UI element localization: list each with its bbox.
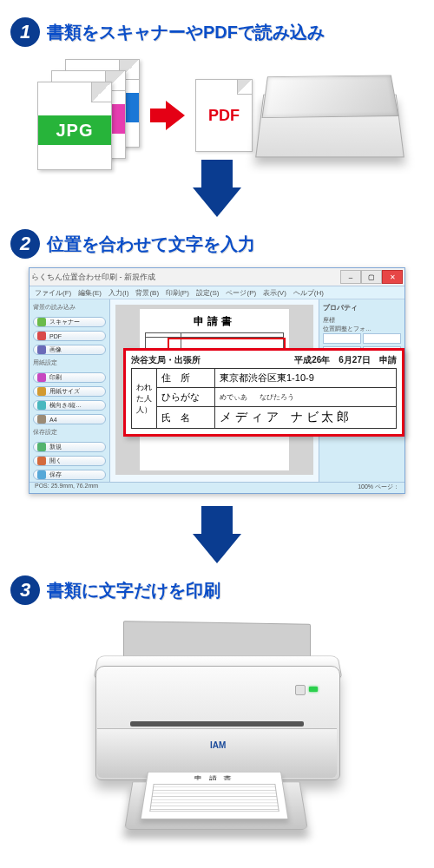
menu-bar: ファイル(F) 編集(E) 入力(I) 背景(B) 印刷(P) 設定(S) ペー… bbox=[30, 286, 404, 299]
sidebar-button[interactable]: スキャナー bbox=[33, 317, 106, 327]
pdf-file-icon: PDF bbox=[195, 79, 253, 152]
printed-paper: 申 請 書 bbox=[140, 772, 288, 819]
step-2-number: 2 bbox=[20, 233, 30, 255]
furigana-label: ひらがな bbox=[157, 388, 215, 407]
sidebar-group-label: 用紙設定 bbox=[33, 358, 106, 369]
status-bar: POS: 25.9mm, 76.2mm 100% ページ： bbox=[30, 482, 404, 493]
menu-item[interactable]: ページ(P) bbox=[226, 288, 256, 298]
step-3-number: 3 bbox=[20, 579, 30, 602]
arrow-right-icon bbox=[150, 102, 185, 128]
step-2-title: 位置を合わせて文字を入力 bbox=[47, 233, 255, 256]
step-1-title: 書類をスキャナーやPDFで読み込み bbox=[47, 21, 325, 44]
callout-date: 平成26年 6月27日 申請 bbox=[294, 354, 397, 366]
sidebar-button[interactable]: 新規 bbox=[33, 442, 106, 452]
sidebar-button[interactable]: 保存 bbox=[33, 470, 106, 480]
menu-item[interactable]: 入力(I) bbox=[108, 288, 129, 298]
panel-item: 位置調整とフォ… bbox=[323, 325, 401, 333]
window-title: らくちん位置合わせ印刷 - 新規作成 bbox=[31, 272, 155, 283]
printer-icon: IAM 申 請 書 bbox=[78, 619, 356, 845]
menu-item[interactable]: ヘルプ(H) bbox=[293, 288, 324, 298]
maximize-button[interactable]: ▢ bbox=[361, 270, 382, 284]
sidebar-button[interactable]: 印刷 bbox=[33, 372, 106, 383]
panel-title: プロパティ bbox=[323, 303, 401, 312]
minimize-button[interactable]: – bbox=[340, 270, 361, 284]
zoom-callout: 渋谷支局・出張所 平成26年 6月27日 申請 われた人 人） 住 所 東京都渋… bbox=[123, 348, 404, 437]
file-band-label: JPG bbox=[38, 115, 111, 145]
application-window: らくちん位置合わせ印刷 - 新規作成 – ▢ ✕ ファイル(F) 編集(E) 入… bbox=[29, 267, 405, 494]
menu-item[interactable]: 表示(V) bbox=[263, 288, 286, 298]
sidebar: 背景の読み込み スキャナー PDF 画像 用紙設定 印刷 用紙サイズ 横向き/縦… bbox=[30, 299, 110, 482]
sidebar-button[interactable]: 開く bbox=[33, 456, 106, 466]
jpg-file-stack: P G JPG bbox=[36, 59, 140, 172]
title-bar: らくちん位置合わせ印刷 - 新規作成 – ▢ ✕ bbox=[30, 268, 404, 286]
step-3-title: 書類に文字だけを印刷 bbox=[47, 579, 220, 602]
pdf-label: PDF bbox=[208, 107, 240, 125]
menu-item[interactable]: 編集(E) bbox=[78, 288, 102, 298]
name-value: メ デ ィ ア ナ ビ 太 郎 bbox=[215, 407, 397, 429]
name-label: 氏 名 bbox=[157, 407, 215, 429]
furigana-value: めでぃあ なびたろう bbox=[220, 392, 391, 402]
step-1-illustration: P G JPG PDF bbox=[0, 59, 434, 172]
property-input[interactable] bbox=[323, 333, 361, 344]
sidebar-button[interactable]: A4 bbox=[33, 414, 106, 424]
step-2-badge: 2 bbox=[10, 229, 40, 259]
arrow-down-icon bbox=[193, 534, 241, 563]
address-value: 東京都渋谷区東1-10-9 bbox=[215, 369, 397, 388]
menu-item[interactable]: 設定(S) bbox=[196, 288, 220, 298]
printer-brand-label: IAM bbox=[210, 740, 226, 750]
address-label: 住 所 bbox=[157, 369, 215, 388]
callout-branch: 渋谷支局・出張所 bbox=[131, 354, 201, 366]
menu-item[interactable]: 背景(B) bbox=[135, 288, 159, 298]
callout-left-label: われた人 人） bbox=[132, 369, 157, 429]
file-icon: JPG bbox=[37, 82, 112, 170]
step-2-header: 2 位置を合わせて文字を入力 bbox=[0, 229, 434, 259]
sidebar-group-label: 保存設定 bbox=[33, 428, 106, 438]
step-3-illustration: IAM 申 請 書 bbox=[0, 619, 434, 845]
step-3-header: 3 書類に文字だけを印刷 bbox=[0, 575, 434, 605]
step-3-badge: 3 bbox=[10, 575, 40, 605]
menu-item[interactable]: ファイル(F) bbox=[35, 288, 71, 298]
sidebar-button[interactable]: 画像 bbox=[33, 345, 106, 355]
arrow-down-icon bbox=[193, 187, 241, 217]
status-zoom: 100% ページ： bbox=[358, 483, 399, 493]
printed-paper-title: 申 請 書 bbox=[147, 774, 282, 782]
panel-item: 座標 bbox=[323, 316, 401, 325]
status-position: POS: 25.9mm, 76.2mm bbox=[35, 483, 98, 493]
sidebar-button[interactable]: 用紙サイズ bbox=[33, 386, 106, 397]
property-input[interactable] bbox=[363, 333, 401, 344]
close-button[interactable]: ✕ bbox=[382, 270, 403, 284]
step-1-number: 1 bbox=[20, 21, 30, 43]
scanner-icon bbox=[260, 63, 398, 168]
menu-item[interactable]: 印刷(P) bbox=[166, 288, 189, 298]
sidebar-button[interactable]: PDF bbox=[33, 331, 106, 341]
sidebar-button[interactable]: 横向き/縦… bbox=[33, 400, 106, 411]
step-1-badge: 1 bbox=[10, 17, 40, 47]
form-title: 申請書 bbox=[145, 314, 284, 329]
sidebar-group-label: 背景の読み込み bbox=[33, 303, 106, 313]
step-1-header: 1 書類をスキャナーやPDFで読み込み bbox=[0, 17, 434, 47]
